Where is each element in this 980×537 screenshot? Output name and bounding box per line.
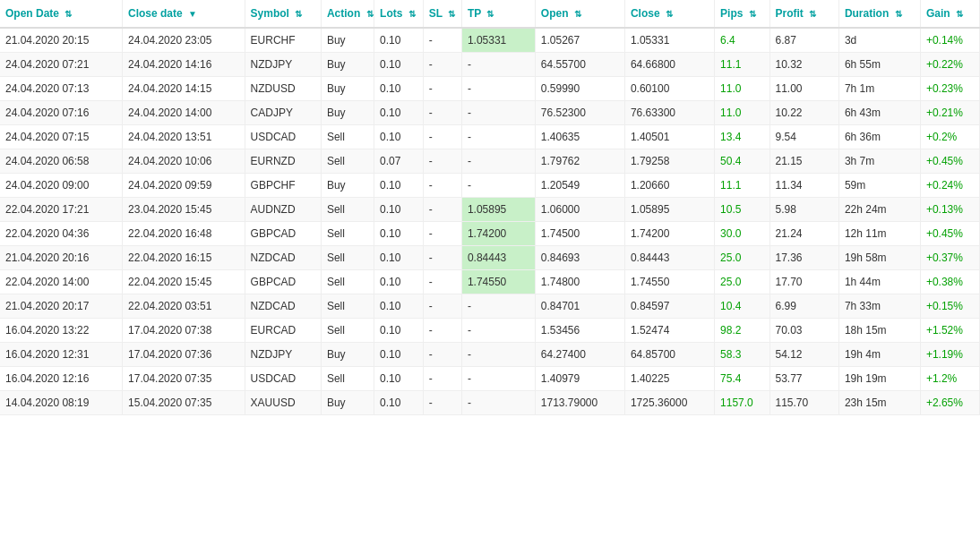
table-row: 21.04.2020 20:1722.04.2020 03:51NZDCADSe… — [0, 294, 980, 319]
cell-profit: 17.36 — [769, 246, 838, 270]
th-pips[interactable]: Pips ⇅ — [715, 0, 769, 28]
cell-pips: 25.0 — [715, 270, 769, 294]
th-close-label: Close — [631, 7, 660, 20]
cell-close-date: 22.04.2020 16:15 — [123, 246, 245, 270]
th-symbol-label: Symbol — [251, 7, 289, 20]
cell-lots: 0.10 — [374, 367, 424, 391]
cell-open-price: 76.52300 — [535, 101, 624, 125]
th-profit[interactable]: Profit ⇅ — [769, 0, 838, 28]
cell-lots: 0.10 — [374, 319, 424, 343]
cell-duration: 3h 7m — [838, 149, 920, 174]
cell-tp: - — [461, 343, 535, 367]
sort-icon-gain: ⇅ — [956, 9, 963, 19]
cell-sl: - — [423, 125, 461, 149]
th-open[interactable]: Open ⇅ — [535, 0, 624, 28]
cell-open-price: 1.79762 — [535, 149, 624, 174]
cell-open-date: 24.04.2020 06:58 — [0, 149, 123, 174]
th-gain[interactable]: Gain ⇅ — [920, 0, 979, 28]
cell-symbol: GBPCAD — [245, 222, 321, 246]
cell-close-price: 0.84597 — [624, 294, 714, 319]
th-action[interactable]: Action ⇅ — [321, 0, 374, 28]
cell-pips: 11.1 — [715, 174, 769, 198]
sort-icon-profit: ⇅ — [809, 9, 816, 19]
cell-close-date: 24.04.2020 23:05 — [123, 28, 245, 53]
cell-close-date: 17.04.2020 07:36 — [123, 343, 245, 367]
cell-open-date: 21.04.2020 20:16 — [0, 246, 123, 270]
th-open-date-label: Open Date — [5, 7, 59, 20]
cell-sl: - — [423, 246, 461, 270]
cell-action: Buy — [321, 391, 374, 415]
cell-action: Sell — [321, 198, 374, 222]
cell-sl: - — [423, 319, 461, 343]
th-duration[interactable]: Duration ⇅ — [838, 0, 920, 28]
cell-action: Sell — [321, 319, 374, 343]
cell-close-date: 24.04.2020 14:16 — [123, 53, 245, 77]
cell-open-price: 0.59990 — [535, 77, 624, 101]
cell-lots: 0.10 — [374, 391, 424, 415]
sort-icon-action: ⇅ — [366, 9, 374, 19]
cell-open-price: 1713.79000 — [535, 391, 624, 415]
th-sl-label: SL — [429, 7, 443, 20]
cell-lots: 0.10 — [374, 101, 424, 125]
table-row: 24.04.2020 09:0024.04.2020 09:59GBPCHFBu… — [0, 174, 980, 198]
table-row: 16.04.2020 12:3117.04.2020 07:36NZDJPYBu… — [0, 343, 980, 367]
th-close[interactable]: Close ⇅ — [624, 0, 714, 28]
cell-open-date: 24.04.2020 07:16 — [0, 101, 123, 125]
cell-pips: 98.2 — [715, 319, 769, 343]
cell-open-date: 22.04.2020 17:21 — [0, 198, 123, 222]
cell-duration: 12h 11m — [838, 222, 920, 246]
cell-open-date: 22.04.2020 04:36 — [0, 222, 123, 246]
cell-gain: +0.21% — [920, 101, 979, 125]
th-close-date[interactable]: Close date ▼ — [123, 0, 245, 28]
cell-open-price: 1.05267 — [535, 28, 624, 53]
th-action-label: Action — [327, 7, 360, 20]
cell-profit: 21.24 — [769, 222, 838, 246]
cell-gain: +1.19% — [920, 343, 979, 367]
cell-symbol: EURCHF — [245, 28, 321, 53]
cell-sl: - — [423, 53, 461, 77]
sort-icon-open-date: ⇅ — [64, 9, 72, 19]
table-row: 21.04.2020 20:1524.04.2020 23:05EURCHFBu… — [0, 28, 980, 53]
cell-close-price: 76.63300 — [624, 101, 714, 125]
cell-profit: 11.34 — [769, 174, 838, 198]
table-row: 22.04.2020 14:0022.04.2020 15:45GBPCADSe… — [0, 270, 980, 294]
cell-gain: +1.52% — [920, 319, 979, 343]
cell-lots: 0.10 — [374, 125, 424, 149]
cell-gain: +0.15% — [920, 294, 979, 319]
th-symbol[interactable]: Symbol ⇅ — [245, 0, 321, 28]
cell-action: Sell — [321, 270, 374, 294]
cell-duration: 1h 44m — [838, 270, 920, 294]
cell-lots: 0.10 — [374, 343, 424, 367]
cell-symbol: EURCAD — [245, 319, 321, 343]
cell-close-date: 24.04.2020 14:15 — [123, 77, 245, 101]
cell-close-price: 64.85700 — [624, 343, 714, 367]
cell-gain: +0.23% — [920, 77, 979, 101]
th-sl[interactable]: SL ⇅ — [423, 0, 461, 28]
th-tp-label: TP — [468, 7, 481, 20]
th-tp[interactable]: TP ⇅ — [461, 0, 535, 28]
cell-open-price: 0.84693 — [535, 246, 624, 270]
cell-profit: 54.12 — [769, 343, 838, 367]
cell-gain: +0.13% — [920, 198, 979, 222]
th-open-label: Open — [541, 7, 569, 20]
cell-tp: - — [461, 391, 535, 415]
th-lots[interactable]: Lots ⇅ — [374, 0, 424, 28]
cell-sl: - — [423, 367, 461, 391]
cell-duration: 7h 1m — [838, 77, 920, 101]
cell-sl: - — [423, 343, 461, 367]
cell-open-date: 21.04.2020 20:15 — [0, 28, 123, 53]
cell-open-date: 16.04.2020 12:16 — [0, 367, 123, 391]
th-open-date[interactable]: Open Date ⇅ — [0, 0, 123, 28]
cell-tp: 1.74200 — [461, 222, 535, 246]
cell-profit: 9.54 — [769, 125, 838, 149]
cell-lots: 0.10 — [374, 222, 424, 246]
cell-tp: - — [461, 77, 535, 101]
cell-close-date: 17.04.2020 07:38 — [123, 319, 245, 343]
cell-profit: 70.03 — [769, 319, 838, 343]
cell-close-date: 23.04.2020 15:45 — [123, 198, 245, 222]
cell-lots: 0.10 — [374, 246, 424, 270]
cell-lots: 0.10 — [374, 28, 424, 53]
cell-sl: - — [423, 174, 461, 198]
cell-open-date: 21.04.2020 20:17 — [0, 294, 123, 319]
cell-close-price: 1.05895 — [624, 198, 714, 222]
